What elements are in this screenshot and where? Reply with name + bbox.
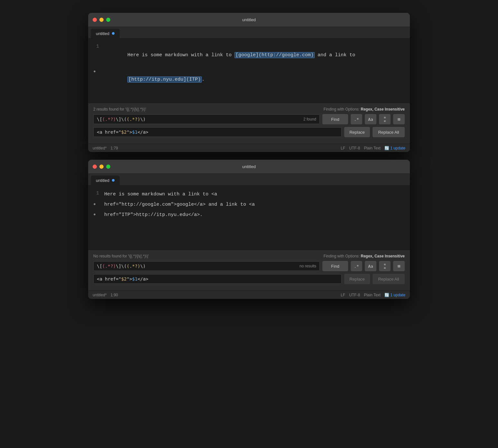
minimize-button-1[interactable] [99,18,104,22]
find-status-2: No results found for '\[(.*)\]\((.*)\)' … [93,254,405,258]
find-btn-row-1: Find .* Aa ≡≡ ⊞ [322,114,405,124]
status-right-1: LF UTF-8 Plain Text 🔄 1 update [341,146,405,150]
editor-line-2-2: • href="http://google.com">google</a> an… [88,200,410,210]
window-2: untitled untitled 1 Here is some markdow… [88,160,410,299]
find-options-text-1: Finding with Options: Regex, Case Insens… [324,107,405,112]
replace-row-2: <a href="$2">$1</a> Replace Replace All [93,274,405,284]
wrap-icon-1: ≡≡ [384,116,386,123]
update-icon-2: 🔄 [384,293,390,297]
tab-label-1: untitled [96,31,109,36]
line-number-2-1: 1 [88,189,104,196]
highlight-2: [http://itp.nyu.edu](ITP) [127,76,202,83]
status-filename-2: untitled* [93,293,106,297]
status-left-2: untitled* 1:90 [93,293,118,297]
status-bar-1: untitled* 1:79 LF UTF-8 Plain Text 🔄 1 u… [88,144,410,152]
line-bullet-2-3: • [88,210,104,219]
replace-pattern-1: <a href="$2">$1</a> [97,130,148,135]
line-number-1: 1 [88,42,104,49]
case-button-1[interactable]: Aa [365,114,376,124]
find-row-1: \[(.*?)\]\((.*?)\) 2 found Find .* Aa ≡≡… [93,114,405,124]
title-bar-1: untitled [88,13,410,27]
line-content-1: Here is some markdown with a link to [go… [104,42,410,67]
wrap-button-1[interactable]: ≡≡ [379,114,391,124]
title-bar-2: untitled [88,160,410,174]
update-icon-1: 🔄 [384,146,390,150]
status-encoding-2: UTF-8 [349,293,360,297]
tab-2[interactable]: untitled [91,175,120,185]
find-replace-panel-2: No results found for '\[(.*)\]\((.*)\)' … [88,250,410,291]
search-pattern-1: \[(.*?)\]\((.*?)\) [97,117,146,122]
status-lf-1: LF [341,146,345,150]
multiline-icon-1: ⊞ [398,117,400,122]
replace-row-1: <a href="$2">$1</a> Replace Replace All [93,127,405,137]
tab-dot-1 [112,32,115,35]
close-button-1[interactable] [93,18,97,22]
search-input-2[interactable]: \[(.*?)\]\((.*?)\) no results [93,261,320,271]
multiline-icon-2: ⊞ [398,264,400,269]
traffic-lights-2 [93,165,110,169]
find-options-text-2: Finding with Options: Regex, Case Insens… [324,254,405,258]
editor-area-1[interactable]: 1 Here is some markdown with a link to [… [88,39,410,103]
tab-1[interactable]: untitled [91,29,120,38]
window-title-2: untitled [242,164,256,169]
window-title-1: untitled [242,17,256,22]
update-link-2[interactable]: 🔄 1 update [384,293,405,297]
replace-input-2[interactable]: <a href="$2">$1</a> [93,274,342,284]
regex-button-2[interactable]: .* [351,261,362,271]
tab-label-2: untitled [96,178,109,183]
update-link-1[interactable]: 🔄 1 update [384,146,405,150]
multiline-button-2[interactable]: ⊞ [393,261,405,271]
minimize-button-2[interactable] [99,165,104,169]
traffic-lights-1 [93,18,110,22]
status-left-1: untitled* 1:79 [93,146,118,150]
window-1: untitled untitled 1 Here is some markdow… [88,13,410,152]
find-button-1[interactable]: Find [322,114,348,124]
find-button-2[interactable]: Find [322,261,348,271]
editor-line-2: • [http://itp.nyu.edu](ITP). [88,67,410,91]
editor-line-2-1: 1 Here is some markdown with a link to <… [88,189,410,200]
status-right-2: LF UTF-8 Plain Text 🔄 1 update [341,293,405,297]
replace-pattern-2: <a href="$2">$1</a> [97,276,148,282]
status-position-2: 1:90 [110,293,118,297]
find-status-1: 2 results found for '\[(.*)\]\((.*)\)' F… [93,107,405,112]
regex-button-1[interactable]: .* [351,114,362,124]
search-input-1[interactable]: \[(.*?)\]\((.*?)\) 2 found [93,114,320,124]
status-position-1: 1:79 [110,146,118,150]
update-label-1: 1 update [390,146,405,150]
line-content-2-3: href="ITP">http://itp.nyu.edu</a>. [104,210,410,219]
replace-input-1[interactable]: <a href="$2">$1</a> [93,127,342,137]
status-encoding-1: UTF-8 [349,146,360,150]
tab-dot-2 [112,179,115,182]
options-label-1: Finding with Options: [324,107,360,112]
find-status-text-2: No results found for '\[(.*)\]\((.*)\)' [93,254,149,258]
find-replace-panel-1: 2 results found for '\[(.*)\]\((.*)\)' F… [88,103,410,144]
line-content-2-2: href="http://google.com">google</a> and … [104,200,410,209]
no-results-badge-2: no results [300,264,316,268]
highlight-1: [google](http://google.com) [235,52,315,58]
multiline-button-1[interactable]: ⊞ [393,114,405,124]
replace-button-1[interactable]: Replace [344,127,370,137]
replace-all-button-2[interactable]: Replace All [373,274,405,284]
tab-bar-2: untitled [88,174,410,185]
status-syntax-1: Plain Text [364,146,381,150]
close-button-2[interactable] [93,165,97,169]
replace-btn-row-1: Replace Replace All [344,127,405,137]
wrap-button-2[interactable]: ≡≡ [379,261,391,271]
options-label-2: Finding with Options: [324,254,360,258]
status-syntax-2: Plain Text [364,293,381,297]
case-button-2[interactable]: Aa [365,261,376,271]
maximize-button-2[interactable] [106,165,110,169]
options-value-2: Regex, Case Insensitive [361,254,405,258]
replace-btn-row-2: Replace Replace All [344,274,405,284]
editor-line-2-3: • href="ITP">http://itp.nyu.edu</a>. [88,210,410,220]
line-bullet-2: • [88,67,104,76]
replace-button-2[interactable]: Replace [344,274,370,284]
tab-bar-1: untitled [88,27,410,39]
maximize-button-1[interactable] [106,18,110,22]
found-badge-1: 2 found [303,117,316,121]
wrap-icon-2: ≡≡ [384,263,386,270]
status-lf-2: LF [341,293,345,297]
replace-all-button-1[interactable]: Replace All [373,127,405,137]
editor-area-2[interactable]: 1 Here is some markdown with a link to <… [88,185,410,250]
update-label-2: 1 update [390,293,405,297]
